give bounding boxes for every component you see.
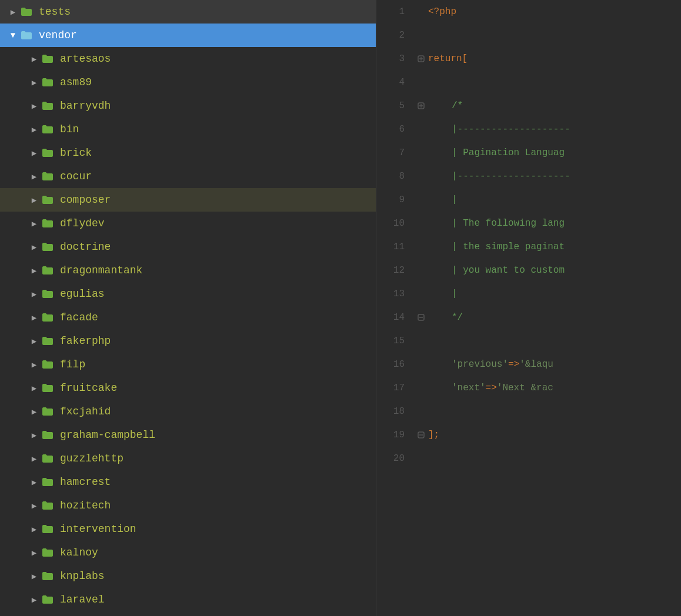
tree-item-intervention[interactable]: ▶ intervention [0, 517, 376, 541]
chevron-icon[interactable]: ▶ [28, 289, 40, 299]
code-token: 'Next &rac [497, 383, 553, 393]
line-number: 17 [393, 376, 405, 400]
fold-icon[interactable] [416, 7, 426, 16]
chevron-icon[interactable]: ▶ [28, 571, 40, 581]
tree-item-composer[interactable]: ▶ composer [0, 188, 376, 212]
tree-item-knplabs[interactable]: ▶ knplabs [0, 564, 376, 588]
chevron-icon[interactable]: ▶ [28, 454, 40, 464]
code-token: '&laqu [519, 359, 553, 370]
file-tree-scroll[interactable]: ▶ tests▼ vendor▶ artesaos▶ asm89▶ barryv… [0, 0, 376, 616]
tree-item-tests[interactable]: ▶ tests [0, 0, 376, 24]
fold-icon[interactable] [416, 125, 426, 134]
chevron-icon[interactable]: ▶ [28, 524, 40, 534]
chevron-icon[interactable]: ▶ [28, 54, 40, 64]
tree-item-facade[interactable]: ▶ facade [0, 306, 376, 329]
chevron-icon[interactable]: ▶ [28, 242, 40, 252]
tree-item-lavary[interactable]: ▶ lavary [0, 611, 376, 616]
fold-icon[interactable] [416, 219, 426, 228]
tree-item-artesaos[interactable]: ▶ artesaos [0, 47, 376, 71]
tree-item-bin[interactable]: ▶ bin [0, 118, 376, 141]
tree-item-dragonmantank[interactable]: ▶ dragonmantank [0, 259, 376, 282]
chevron-icon[interactable]: ▶ [7, 7, 19, 17]
tree-item-label: vendor [39, 29, 77, 41]
chevron-icon[interactable]: ▶ [28, 101, 40, 111]
chevron-icon[interactable]: ▶ [28, 148, 40, 158]
chevron-icon[interactable]: ▶ [28, 78, 40, 88]
code-token: /* [452, 101, 463, 111]
tree-item-vendor[interactable]: ▼ vendor [0, 24, 376, 47]
chevron-icon[interactable]: ▶ [28, 172, 40, 182]
fold-icon[interactable] [416, 195, 426, 205]
fold-icon[interactable] [416, 407, 426, 416]
fold-icon[interactable] [416, 31, 426, 40]
tree-item-filp[interactable]: ▶ filp [0, 353, 376, 376]
tree-item-label: fakerphp [60, 335, 111, 347]
code-editor-panel: 1234567891011121314151617181920 <?phpret… [376, 0, 681, 616]
fold-icon[interactable] [416, 313, 426, 322]
fold-icon[interactable] [416, 172, 426, 181]
tree-item-egulias[interactable]: ▶ egulias [0, 282, 376, 306]
tree-item-guzzlehttp[interactable]: ▶ guzzlehttp [0, 447, 376, 470]
chevron-icon[interactable]: ▶ [28, 430, 40, 440]
chevron-icon[interactable]: ▶ [28, 195, 40, 205]
chevron-icon[interactable]: ▶ [28, 501, 40, 511]
chevron-icon[interactable]: ▶ [28, 360, 40, 370]
chevron-icon[interactable]: ▶ [28, 407, 40, 417]
chevron-icon[interactable]: ▶ [28, 336, 40, 346]
tree-item-brick[interactable]: ▶ brick [0, 141, 376, 165]
tree-item-fakerphp[interactable]: ▶ fakerphp [0, 329, 376, 353]
fold-icon[interactable] [416, 54, 426, 63]
fold-icon[interactable] [416, 101, 426, 111]
tree-item-hozitech[interactable]: ▶ hozitech [0, 494, 376, 517]
tree-item-label: hamcrest [60, 476, 111, 488]
tree-item-graham-campbell[interactable]: ▶ graham-campbell [0, 423, 376, 447]
code-content: 1234567891011121314151617181920 <?phpret… [376, 0, 681, 616]
line-number: 1 [399, 0, 405, 24]
tree-item-label: kalnoy [60, 547, 98, 558]
tree-item-cocur[interactable]: ▶ cocur [0, 165, 376, 188]
tree-item-dflydev[interactable]: ▶ dflydev [0, 212, 376, 235]
fold-icon[interactable] [416, 430, 426, 440]
chevron-icon[interactable]: ▶ [28, 125, 40, 135]
fold-icon[interactable] [416, 454, 426, 463]
fold-icon[interactable] [416, 148, 426, 158]
chevron-icon[interactable]: ▶ [28, 477, 40, 487]
tree-item-barryvdh[interactable]: ▶ barryvdh [0, 94, 376, 118]
line-numbers: 1234567891011121314151617181920 [376, 0, 412, 616]
folder-icon [20, 30, 35, 41]
tree-item-label: laravel [60, 594, 105, 605]
tree-item-hamcrest[interactable]: ▶ hamcrest [0, 470, 376, 494]
code-token: <?php [428, 6, 456, 17]
chevron-icon[interactable]: ▶ [28, 313, 40, 323]
tree-item-fxcjahid[interactable]: ▶ fxcjahid [0, 400, 376, 423]
tree-item-label: dflydev [60, 217, 105, 229]
fold-icon[interactable] [416, 266, 426, 275]
tree-item-kalnoy[interactable]: ▶ kalnoy [0, 541, 376, 564]
fold-icon[interactable] [416, 383, 426, 393]
code-token: | [452, 289, 458, 299]
fold-icon[interactable] [416, 336, 426, 346]
code-line: | Pagination Languag [416, 141, 681, 165]
chevron-icon[interactable]: ▶ [28, 266, 40, 276]
tree-item-laravel[interactable]: ▶ laravel [0, 588, 376, 611]
chevron-icon[interactable]: ▶ [28, 383, 40, 393]
chevron-icon[interactable]: ▶ [28, 548, 40, 558]
folder-icon [41, 124, 56, 135]
folder-icon [41, 406, 56, 417]
chevron-icon[interactable]: ▶ [28, 595, 40, 605]
tree-item-fruitcake[interactable]: ▶ fruitcake [0, 376, 376, 400]
code-token: */ [452, 312, 463, 323]
code-token: [ [462, 53, 468, 64]
fold-icon[interactable] [416, 289, 426, 299]
line-number: 6 [399, 118, 405, 141]
chevron-icon[interactable]: ▶ [28, 219, 40, 229]
tree-item-doctrine[interactable]: ▶ doctrine [0, 235, 376, 259]
code-token: |-------------------- [452, 124, 570, 135]
tree-item-asm89[interactable]: ▶ asm89 [0, 71, 376, 94]
fold-icon[interactable] [416, 242, 426, 252]
chevron-icon[interactable]: ▼ [7, 31, 19, 40]
code-line [416, 400, 681, 423]
fold-icon[interactable] [416, 78, 426, 87]
fold-icon[interactable] [416, 360, 426, 369]
folder-icon [41, 242, 56, 252]
